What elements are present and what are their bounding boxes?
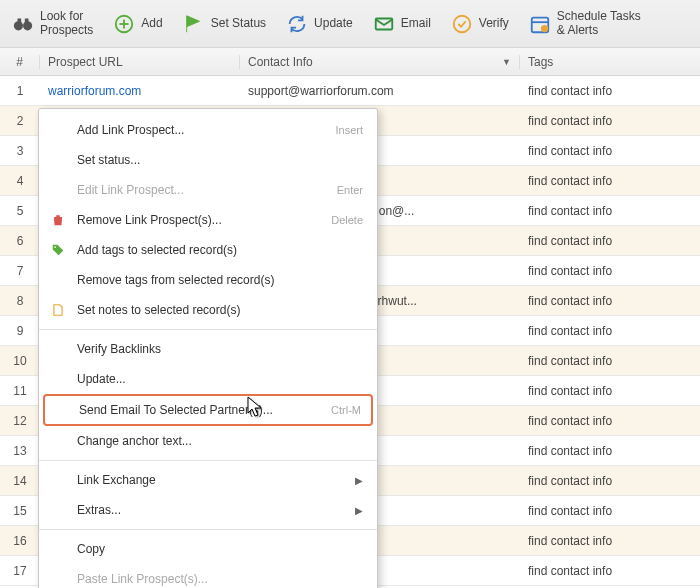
header-num[interactable]: # [0,55,40,69]
blank-icon [49,370,67,388]
blank-icon [49,570,67,588]
row-number: 8 [0,294,40,308]
tags-cell: find contact info [520,114,700,128]
menu-edit-link-prospect: Edit Link Prospect... Enter [39,175,377,205]
table-header: # Prospect URL Contact Info ▼ Tags [0,48,700,76]
toolbar-label: Set Status [211,17,266,30]
tags-cell: find contact info [520,474,700,488]
row-number: 9 [0,324,40,338]
blank-icon [49,181,67,199]
menu-set-notes[interactable]: Set notes to selected record(s) [39,295,377,325]
toolbar-label: Email [401,17,431,30]
tags-cell: find contact info [520,324,700,338]
menu-separator [39,460,377,461]
svg-rect-3 [25,18,29,24]
svg-rect-2 [18,18,22,24]
look-for-prospects-button[interactable]: Look for Prospects [6,6,99,40]
row-number: 12 [0,414,40,428]
svg-point-12 [54,246,56,248]
menu-extras[interactable]: Extras... ▶ [39,495,377,525]
binoculars-icon [12,13,34,35]
submenu-arrow-icon: ▶ [355,505,363,516]
row-number: 13 [0,444,40,458]
table-row[interactable]: 1warriorforum.comsupport@warriorforum.co… [0,76,700,106]
menu-send-email[interactable]: Send Email To Selected Partner(s)... Ctr… [43,394,373,426]
tags-cell: find contact info [520,414,700,428]
set-status-button[interactable]: Set Status [177,9,272,39]
row-number: 16 [0,534,40,548]
menu-copy[interactable]: Copy [39,534,377,564]
menu-add-link-prospect[interactable]: Add Link Prospect... Insert [39,115,377,145]
tags-cell: find contact info [520,234,700,248]
blank-icon [49,501,67,519]
tags-cell: find contact info [520,354,700,368]
context-menu: Add Link Prospect... Insert Set status..… [38,108,378,588]
menu-remove-tags[interactable]: Remove tags from selected record(s) [39,265,377,295]
toolbar-label: Look for Prospects [40,10,93,36]
tags-cell: find contact info [520,564,700,578]
tags-cell: find contact info [520,204,700,218]
schedule-button[interactable]: Schedule Tasks & Alerts [523,6,647,40]
menu-link-exchange[interactable]: Link Exchange ▶ [39,465,377,495]
tags-cell: find contact info [520,534,700,548]
blank-icon [49,271,67,289]
toolbar-label: Update [314,17,353,30]
row-number: 10 [0,354,40,368]
email-button[interactable]: Email [367,9,437,39]
menu-set-status[interactable]: Set status... [39,145,377,175]
row-number: 5 [0,204,40,218]
menu-verify-backlinks[interactable]: Verify Backlinks [39,334,377,364]
toolbar: Look for Prospects Add Set Status Update… [0,0,700,48]
toolbar-label: Add [141,17,162,30]
tag-icon [49,241,67,259]
refresh-icon [286,13,308,35]
submenu-arrow-icon: ▶ [355,475,363,486]
blank-icon [49,121,67,139]
prospect-url-link[interactable]: warriorforum.com [40,84,240,98]
menu-change-anchor[interactable]: Change anchor text... [39,426,377,456]
row-number: 4 [0,174,40,188]
tags-cell: find contact info [520,444,700,458]
row-number: 11 [0,384,40,398]
blank-icon [49,471,67,489]
toolbar-label: Verify [479,17,509,30]
check-circle-icon [451,13,473,35]
row-number: 2 [0,114,40,128]
row-number: 1 [0,84,40,98]
blank-icon [51,401,69,419]
blank-icon [49,151,67,169]
add-button[interactable]: Add [107,9,168,39]
tags-cell: find contact info [520,174,700,188]
update-button[interactable]: Update [280,9,359,39]
menu-remove-link-prospect[interactable]: Remove Link Prospect(s)... Delete [39,205,377,235]
row-number: 14 [0,474,40,488]
menu-update[interactable]: Update... [39,364,377,394]
tags-cell: find contact info [520,84,700,98]
row-number: 3 [0,144,40,158]
blank-icon [49,432,67,450]
contact-info: support@warriorforum.com [240,84,520,98]
header-contact-info[interactable]: Contact Info ▼ [240,55,520,69]
row-number: 6 [0,234,40,248]
tags-cell: find contact info [520,384,700,398]
row-number: 17 [0,564,40,578]
menu-separator [39,529,377,530]
header-prospect-url[interactable]: Prospect URL [40,55,240,69]
tags-cell: find contact info [520,144,700,158]
row-number: 7 [0,264,40,278]
dropdown-arrow-icon[interactable]: ▼ [502,57,511,67]
header-tags[interactable]: Tags [520,55,700,69]
toolbar-label: Schedule Tasks & Alerts [557,10,641,36]
verify-button[interactable]: Verify [445,9,515,39]
envelope-icon [373,13,395,35]
trash-icon [49,211,67,229]
tags-cell: find contact info [520,294,700,308]
menu-add-tags[interactable]: Add tags to selected record(s) [39,235,377,265]
menu-paste: Paste Link Prospect(s)... [39,564,377,588]
note-icon [49,301,67,319]
row-number: 15 [0,504,40,518]
svg-point-11 [541,24,548,31]
flag-icon [183,13,205,35]
tags-cell: find contact info [520,504,700,518]
tags-cell: find contact info [520,264,700,278]
